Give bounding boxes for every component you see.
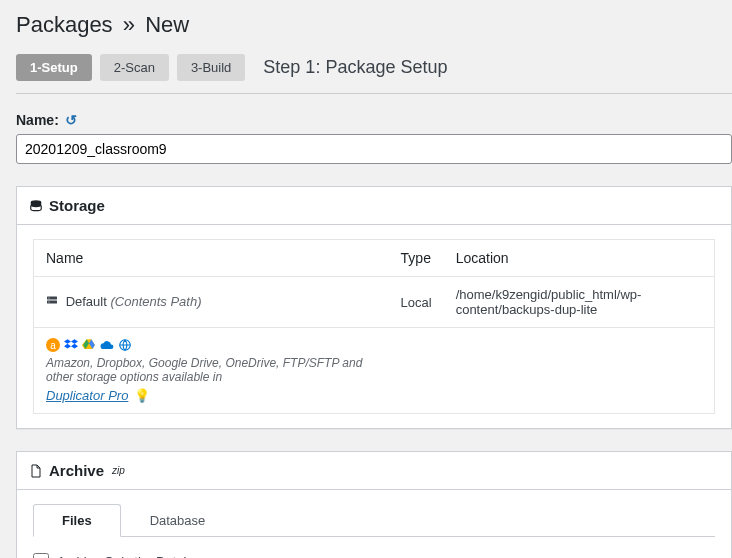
archive-title: Archive	[49, 462, 104, 479]
wizard-step-3[interactable]: 3-Build	[177, 54, 245, 81]
wizard-heading: Step 1: Package Setup	[263, 57, 447, 78]
archive-only-db-label: Archive Only the Database	[57, 554, 212, 559]
lightbulb-icon: 💡	[134, 388, 150, 403]
archive-only-db-row[interactable]: Archive Only the Database	[33, 553, 715, 558]
archive-only-db-checkbox[interactable]	[33, 553, 49, 558]
archive-format: zip	[112, 465, 125, 476]
name-input[interactable]	[16, 134, 732, 164]
name-label: Name:	[16, 112, 59, 128]
gdrive-icon	[82, 338, 96, 352]
dropbox-icon	[64, 338, 78, 352]
wizard-steps: 1-Setup 2-Scan 3-Build Step 1: Package S…	[16, 54, 732, 94]
aws-icon: a	[46, 338, 60, 352]
storage-row-suffix: (Contents Path)	[110, 294, 201, 309]
archive-header[interactable]: Archive zip	[17, 452, 731, 490]
svg-point-4	[49, 302, 50, 303]
wizard-step-2[interactable]: 2-Scan	[100, 54, 169, 81]
storage-col-name: Name	[34, 240, 389, 277]
onedrive-icon	[100, 338, 114, 352]
file-archive-icon	[29, 464, 43, 478]
page-title: Packages » New	[16, 12, 732, 38]
tab-files[interactable]: Files	[33, 504, 121, 537]
storage-row-name: Default	[66, 294, 107, 309]
breadcrumb-leaf: New	[145, 12, 189, 37]
storage-row-location: /home/k9zengid/public_html/wp-content/ba…	[444, 277, 715, 328]
database-icon	[29, 199, 43, 213]
storage-col-location: Location	[444, 240, 715, 277]
storage-col-type: Type	[389, 240, 444, 277]
name-label-row: Name: ↻	[16, 112, 732, 128]
storage-table: Name Type Location Default (Contents Pat…	[33, 239, 715, 414]
tab-database[interactable]: Database	[121, 504, 235, 537]
storage-promo-text: Amazon, Dropbox, Google Drive, OneDrive,…	[46, 356, 377, 384]
breadcrumb-separator: »	[123, 12, 135, 37]
storage-header[interactable]: Storage	[17, 187, 731, 225]
svg-point-3	[49, 298, 50, 299]
server-small-icon	[46, 295, 58, 310]
table-row: Default (Contents Path) Local /home/k9ze…	[34, 277, 715, 328]
archive-panel: Archive zip Files Database Archive Only …	[16, 451, 732, 558]
globe-icon	[118, 338, 132, 352]
archive-tabs: Files Database	[33, 504, 715, 537]
storage-row-type: Local	[389, 277, 444, 328]
storage-title: Storage	[49, 197, 105, 214]
breadcrumb-root: Packages	[16, 12, 113, 37]
storage-panel: Storage Name Type Location Default	[16, 186, 732, 429]
duplicator-pro-link[interactable]: Duplicator Pro	[46, 388, 128, 403]
wizard-step-1[interactable]: 1-Setup	[16, 54, 92, 81]
reset-icon[interactable]: ↻	[65, 112, 77, 128]
